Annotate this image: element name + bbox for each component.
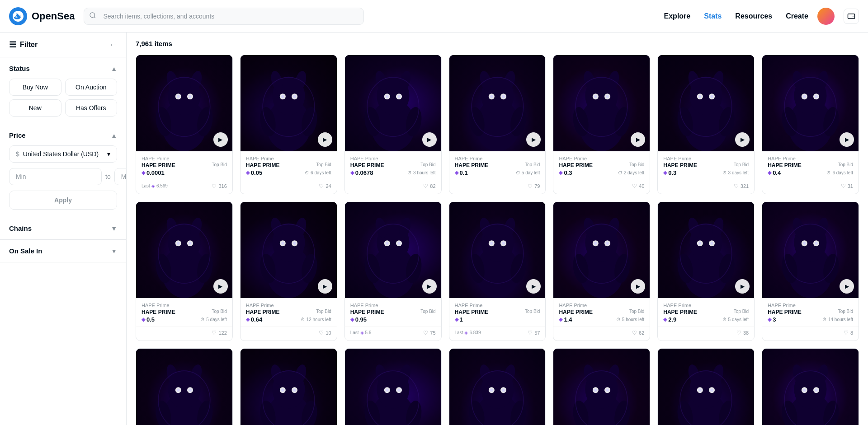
price-max-input[interactable] [114,168,127,185]
nft-price: ◈ 0.0001 [142,169,165,176]
nav-create[interactable]: Create [786,12,808,20]
play-button[interactable]: ▶ [318,279,332,294]
status-on-auction-button[interactable]: On Auction [65,79,118,96]
status-new-button[interactable]: New [9,99,61,117]
nft-likes-button[interactable]: ♡ 10 [319,330,331,336]
nft-card[interactable]: ▶ HAPE Prime HAPE PRIME Top Bid ◈ 0.7 ⏱ … [240,348,337,425]
play-button[interactable]: ▶ [631,279,645,294]
user-avatar[interactable] [817,8,835,25]
svg-point-41 [490,95,493,98]
nft-likes-button[interactable]: ♡ 122 [212,330,226,336]
nft-likes-button[interactable]: ♡ 75 [423,330,435,336]
nft-info: HAPE Prime HAPE PRIME Top Bid ◈ 2.9 ⏱ 5 … [658,298,754,327]
nft-image: ▶ [241,202,337,298]
nav-resources[interactable]: Resources [735,12,772,20]
nft-artwork [136,349,232,425]
nft-likes-button[interactable]: ♡ 82 [423,183,435,189]
chains-section-header[interactable]: Chains ▼ [9,224,117,232]
play-button[interactable]: ▶ [735,132,750,147]
nft-card[interactable]: ▶ HAPE Prime HAPE PRIME Top Bid ◈ 1.5 ⏱ … [657,348,755,425]
nft-price-row: ◈ 0.1 ⏱ a day left [455,169,540,176]
nft-card[interactable]: ▶ HAPE Prime HAPE PRIME Top Bid ◈ 0.05 ⏱… [240,55,337,194]
play-button[interactable]: ▶ [631,132,645,147]
status-has-offers-button[interactable]: Has Offers [65,99,118,117]
nft-image: ▶ [241,55,337,151]
play-button[interactable]: ▶ [735,279,750,294]
nft-card[interactable]: ▶ HAPE Prime HAPE PRIME Top Bid ◈ 2.1 ⏱ … [553,348,650,425]
nft-collection: HAPE Prime [455,156,540,161]
sidebar-close-button[interactable]: ← [109,40,117,50]
play-button[interactable]: ▶ [213,132,228,147]
nft-collection: HAPE Prime [246,303,331,308]
nft-card[interactable]: ▶ HAPE Prime HAPE PRIME Top Bid ◈ 1.4 ⏱ … [553,201,650,341]
nft-likes-button[interactable]: ♡ 24 [319,183,331,189]
filter-toggle[interactable]: ☰ Filter [9,40,38,50]
nft-artwork [449,349,546,425]
nft-likes-button[interactable]: ♡ 38 [736,330,749,336]
nft-card[interactable]: ▶ HAPE Prime HAPE PRIME Top Bid ◈ 0.64 ⏱… [240,201,337,341]
nav-explore[interactable]: Explore [664,12,691,20]
nft-price: ◈ 0.0678 [350,169,373,176]
nft-likes-button[interactable]: ♡ 8 [844,330,853,336]
nft-likes-button[interactable]: ♡ 31 [841,183,853,189]
svg-point-108 [397,242,401,245]
nft-name: HAPE PRIME [350,162,384,168]
svg-point-96 [281,242,284,245]
on-sale-in-section-header[interactable]: On Sale In ▼ [9,247,117,255]
heart-icon: ♡ [632,330,637,336]
nft-card[interactable]: ▶ HAPE Prime HAPE PRIME Top Bid ◈ 0.3 ⏱ … [553,55,650,194]
nft-card[interactable]: ▶ HAPE Prime HAPE PRIME Top Bid ◈ 1 Last… [449,201,546,341]
likes-count: 38 [743,330,749,336]
nft-card[interactable]: ▶ HAPE Prime HAPE PRIME Top Bid ◈ 0.5 ⏱ … [136,348,233,425]
price-min-input[interactable] [9,168,102,185]
nft-info: HAPE Prime HAPE PRIME Top Bid ◈ 0.3 ⏱ 3 … [658,151,754,180]
play-button[interactable]: ▶ [840,132,854,147]
apply-price-button[interactable]: Apply [9,191,117,210]
logo[interactable]: OpenSea [9,7,75,25]
nft-top-row: HAPE PRIME Top Bid [455,309,540,315]
currency-dropdown-icon: ▾ [107,150,110,158]
nft-likes-button[interactable]: ♡ 79 [528,183,540,189]
nft-bid-label: Top Bid [420,309,435,314]
nft-likes-button[interactable]: ♡ 40 [632,183,644,189]
play-button[interactable]: ▶ [213,279,228,294]
play-button[interactable]: ▶ [422,279,437,294]
status-buy-now-button[interactable]: Buy Now [9,79,61,96]
nft-image: ▶ [658,202,754,298]
nft-grid: ▶ HAPE Prime HAPE PRIME Top Bid ◈ 0.0001… [136,55,859,425]
nft-bid-label: Top Bid [525,162,540,167]
nft-card[interactable]: ▶ HAPE Prime HAPE PRIME Top Bid ◈ 3 ⏱ 14… [762,201,859,341]
nft-footer: ♡ 122 [136,327,232,341]
search-input[interactable] [84,8,364,25]
nft-card[interactable]: ▶ HAPE Prime HAPE PRIME Top Bid ◈ 0.1 ⏱ … [449,55,546,194]
play-button[interactable]: ▶ [422,132,437,147]
nft-image: ▶ [136,202,232,298]
svg-point-151 [803,242,806,245]
nft-last-price: Last◈6.569 [142,183,168,188]
play-button[interactable]: ▶ [840,279,854,294]
nft-likes-button[interactable]: ♡ 62 [632,330,644,336]
nft-card[interactable]: ▶ HAPE Prime HAPE PRIME Top Bid ◈ 0.95 L… [344,201,442,341]
price-section-header[interactable]: Price ▲ [9,131,117,139]
wallet-button[interactable] [844,9,859,24]
nft-card[interactable]: ▶ HAPE Prime HAPE PRIME Top Bid ◈ 0.4 ⏱ … [762,55,859,194]
nav-stats[interactable]: Stats [704,12,722,20]
nft-likes-button[interactable]: ♡ 321 [734,183,749,189]
nft-likes-button[interactable]: ♡ 57 [528,330,540,336]
nft-card[interactable]: ▶ HAPE Prime HAPE PRIME Top Bid ◈ 0.3 ⏱ … [657,55,755,194]
nft-card[interactable]: ▶ HAPE Prime HAPE PRIME Top Bid ◈ 0.5 ⏱ … [136,201,233,341]
nft-name: HAPE PRIME [142,162,175,168]
nft-card[interactable]: ▶ HAPE Prime HAPE PRIME Top Bid ◈ 0.8 ⏱ … [449,348,546,425]
nft-card[interactable]: ▶ HAPE Prime HAPE PRIME Top Bid ◈ 2.9 ⏱ … [657,201,755,341]
play-button[interactable]: ▶ [526,279,541,294]
nft-card[interactable]: ▶ HAPE Prime HAPE PRIME Top Bid ◈ 0.0678… [344,55,442,194]
nft-card[interactable]: ▶ HAPE Prime HAPE PRIME Top Bid ◈ 0.0001… [136,55,233,194]
currency-selector[interactable]: $ United States Dollar (USD) ▾ [9,145,117,163]
nft-card[interactable]: ▶ HAPE Prime HAPE PRIME Top Bid ◈ 0.9 ⏱ … [762,348,859,425]
nft-bid-label: Top Bid [838,309,853,314]
nft-collection: HAPE Prime [350,156,436,161]
nft-likes-button[interactable]: ♡ 316 [212,183,226,189]
play-button[interactable]: ▶ [318,132,332,147]
nft-card[interactable]: ▶ HAPE Prime HAPE PRIME Top Bid ◈ 1.2 ⏱ … [344,348,442,425]
status-section-header[interactable]: Status ▲ [9,65,117,72]
